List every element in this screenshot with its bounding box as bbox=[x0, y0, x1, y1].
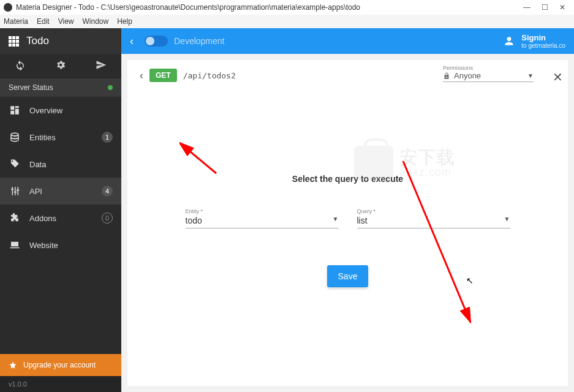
tag-icon bbox=[9, 158, 21, 170]
form-title: Select the query to execute bbox=[140, 174, 556, 184]
refresh-icon[interactable] bbox=[15, 59, 26, 73]
chevron-down-icon: ▼ bbox=[504, 216, 510, 225]
badge: 4 bbox=[102, 186, 113, 197]
sidebar-item-label: Overview bbox=[29, 106, 62, 115]
sidebar-tools bbox=[0, 54, 121, 78]
project-title: Todo bbox=[26, 35, 49, 47]
menu-bar: Materia Edit View Window Help bbox=[0, 15, 574, 28]
signin-label: Signin bbox=[521, 33, 565, 42]
menu-view[interactable]: View bbox=[58, 17, 74, 26]
menu-materia[interactable]: Materia bbox=[4, 17, 28, 26]
minimize-button[interactable]: — bbox=[523, 3, 531, 12]
gear-icon[interactable] bbox=[55, 59, 66, 73]
entity-value: todo bbox=[186, 216, 202, 225]
server-status-label: Server Status bbox=[9, 83, 53, 92]
menu-help[interactable]: Help bbox=[117, 17, 132, 26]
sidebar-nav: Overview Entities 1 Data API 4 Addons 0 bbox=[0, 97, 121, 354]
method-badge: GET bbox=[149, 69, 177, 82]
permissions-value: Anyone bbox=[454, 71, 481, 80]
main: ‹ Development Signin to getmateria.co ‹ … bbox=[121, 28, 574, 392]
status-dot-icon bbox=[108, 85, 113, 90]
query-value: list bbox=[357, 216, 368, 225]
endpoint-back-button[interactable]: ‹ bbox=[140, 69, 143, 82]
laptop-icon bbox=[9, 239, 21, 251]
star-icon bbox=[9, 361, 17, 369]
entity-select[interactable]: Entity * todo ▼ bbox=[186, 208, 339, 228]
entity-label: Entity * bbox=[186, 208, 339, 214]
send-icon[interactable] bbox=[96, 59, 107, 73]
chevron-down-icon: ▼ bbox=[527, 72, 534, 79]
sidebar-item-label: Addons bbox=[29, 214, 56, 223]
extension-icon bbox=[9, 212, 21, 224]
sidebar-item-label: API bbox=[29, 187, 42, 196]
svg-line-0 bbox=[179, 143, 216, 173]
tune-icon bbox=[9, 185, 21, 197]
topbar-user[interactable]: Signin to getmateria.co bbox=[503, 33, 565, 49]
env-toggle[interactable] bbox=[145, 36, 168, 47]
sidebar-item-overview[interactable]: Overview bbox=[0, 97, 121, 124]
apps-icon[interactable] bbox=[9, 36, 19, 47]
user-icon bbox=[503, 35, 515, 47]
sidebar-header: Todo bbox=[0, 28, 121, 54]
badge: 1 bbox=[102, 132, 113, 143]
query-form: Select the query to execute Entity * tod… bbox=[140, 174, 556, 287]
topbar: ‹ Development Signin to getmateria.co bbox=[121, 28, 574, 54]
maximize-button[interactable]: ☐ bbox=[542, 3, 548, 12]
sidebar-item-data[interactable]: Data bbox=[0, 151, 121, 178]
sidebar-item-label: Website bbox=[29, 241, 58, 250]
title-bar: Materia Designer - Todo - C:\Users\geoas… bbox=[0, 0, 574, 15]
sidebar-item-label: Entities bbox=[29, 133, 56, 142]
signin-sub: to getmateria.co bbox=[521, 42, 565, 49]
menu-edit[interactable]: Edit bbox=[37, 17, 50, 26]
sidebar-item-label: Data bbox=[29, 160, 46, 169]
database-icon bbox=[9, 131, 21, 143]
card: ‹ GET /api/todos2 Permissions Anyone ▼ ✕ bbox=[127, 60, 568, 386]
sidebar-item-addons[interactable]: Addons 0 bbox=[0, 205, 121, 232]
sidebar: Todo Server Status Overview Entities 1 D… bbox=[0, 28, 121, 392]
close-icon[interactable]: ✕ bbox=[553, 70, 563, 85]
window-title: Materia Designer - Todo - C:\Users\geoas… bbox=[16, 3, 360, 12]
upgrade-button[interactable]: Upgrade your account bbox=[0, 354, 121, 376]
save-button[interactable]: Save bbox=[327, 265, 369, 287]
back-button[interactable]: ‹ bbox=[130, 35, 134, 48]
server-status[interactable]: Server Status bbox=[0, 78, 121, 97]
query-label: Query * bbox=[357, 208, 510, 214]
window-controls: — ☐ ✕ bbox=[523, 3, 570, 12]
permissions-label: Permissions bbox=[443, 65, 534, 71]
app-icon bbox=[4, 3, 12, 12]
permissions-select[interactable]: Permissions Anyone ▼ bbox=[443, 65, 534, 82]
sidebar-item-api[interactable]: API 4 bbox=[0, 178, 121, 205]
menu-window[interactable]: Window bbox=[83, 17, 109, 26]
lock-open-icon bbox=[443, 72, 450, 80]
version-label: v1.0.0 bbox=[0, 376, 121, 392]
dashboard-icon bbox=[9, 104, 21, 116]
content: ‹ GET /api/todos2 Permissions Anyone ▼ ✕ bbox=[121, 54, 574, 392]
chevron-down-icon: ▼ bbox=[333, 216, 339, 225]
query-select[interactable]: Query * list ▼ bbox=[357, 208, 510, 228]
sidebar-item-entities[interactable]: Entities 1 bbox=[0, 124, 121, 151]
close-button[interactable]: ✕ bbox=[559, 3, 565, 12]
sidebar-item-website[interactable]: Website bbox=[0, 232, 121, 258]
badge: 0 bbox=[102, 213, 113, 224]
upgrade-label: Upgrade your account bbox=[23, 361, 96, 369]
env-label: Development bbox=[174, 36, 225, 46]
